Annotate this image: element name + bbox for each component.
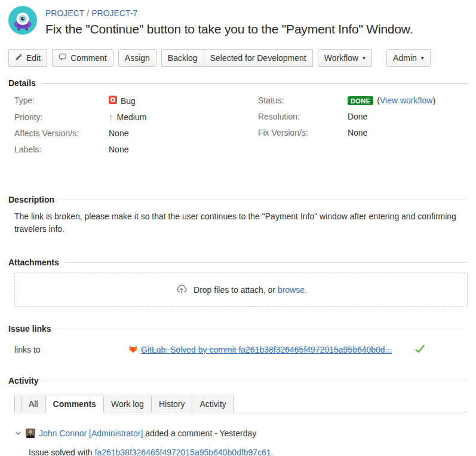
labels-row: Labels: None xyxy=(8,145,247,154)
comment-bubble-icon xyxy=(59,53,67,63)
dropzone-text: Drop files to attach, or xyxy=(194,285,275,295)
activity-tabbar: All Comments Work log History Activity xyxy=(14,396,468,412)
priority-medium-icon: ↑ xyxy=(109,113,113,121)
gitlab-commit-link[interactable]: GitLab: Solved by commit fa261b38f326465… xyxy=(141,345,392,354)
tab-work-log[interactable]: Work log xyxy=(103,396,152,412)
heading-divider xyxy=(44,381,468,381)
upload-cloud-icon xyxy=(175,282,188,297)
comment-button[interactable]: Comment xyxy=(52,49,113,67)
issue-links-section: Issue links links to GitLab: Solved by c… xyxy=(8,324,468,355)
status-label: Status: xyxy=(258,96,348,105)
issue-toolbar: Edit Comment Assign Backlog Selected for… xyxy=(8,49,468,67)
issue-links-heading-row: Issue links xyxy=(8,324,468,333)
heading-divider xyxy=(41,83,468,84)
activity-heading: Activity xyxy=(8,376,39,385)
resolution-label: Resolution: xyxy=(258,112,348,121)
description-section: Description The link is broken, please m… xyxy=(8,195,468,235)
edit-button-label: Edit xyxy=(26,53,41,63)
admin-dropdown-button[interactable]: Admin ▾ xyxy=(386,49,431,67)
breadcrumb: PROJECT/PROJECT-7 xyxy=(45,8,413,18)
labels-value: None xyxy=(109,145,128,154)
page-title: Fix the "Continue" button to take you to… xyxy=(45,22,413,36)
comment-header: John Connor [Administrator] added a comm… xyxy=(14,429,468,438)
priority-value: Medium xyxy=(117,112,147,122)
commit-hash-link[interactable]: fa261b38f326465f4972015a95b640b0dfb97c61… xyxy=(95,448,274,456)
comment-button-label: Comment xyxy=(70,53,107,63)
workflow-dropdown-button[interactable]: Workflow ▾ xyxy=(318,49,372,67)
admin-button-label: Admin xyxy=(393,53,417,63)
affects-versions-label: Affects Version/s: xyxy=(14,128,109,138)
priority-row: Priority: ↑ Medium xyxy=(8,112,247,122)
labels-label: Labels: xyxy=(14,145,109,154)
attachment-dropzone[interactable]: Drop files to attach, or browse. xyxy=(14,273,468,307)
user-avatar xyxy=(26,429,35,438)
issue-header: PROJECT/PROJECT-7 Fix the "Continue" but… xyxy=(8,6,468,36)
breadcrumb-separator: / xyxy=(87,8,89,18)
resolution-row: Resolution: Done xyxy=(247,112,468,121)
edit-button[interactable]: Edit xyxy=(8,49,47,67)
selected-for-development-button[interactable]: Selected for Development xyxy=(204,49,313,67)
status-badge: DONE xyxy=(348,96,373,105)
selected-for-development-label: Selected for Development xyxy=(210,53,306,63)
fix-versions-label: Fix Version/s: xyxy=(258,128,348,137)
activity-section: Activity All Comments Work log History A… xyxy=(8,376,468,456)
fix-versions-value: None xyxy=(348,128,367,137)
issue-page: PROJECT/PROJECT-7 Fix the "Continue" but… xyxy=(0,0,476,456)
pencil-icon xyxy=(15,53,23,63)
backlog-button-label: Backlog xyxy=(168,53,198,63)
comment-text: Issue solved with xyxy=(29,448,93,456)
assign-button-label: Assign xyxy=(125,53,150,63)
comment-author-link[interactable]: John Connor [Administrator] xyxy=(39,429,143,438)
gitlab-icon xyxy=(128,344,138,355)
description-heading: Description xyxy=(8,195,54,204)
details-heading-row: Details xyxy=(8,78,468,88)
priority-label: Priority: xyxy=(14,112,109,122)
breadcrumb-project-link[interactable]: PROJECT xyxy=(45,8,84,18)
status-row: Status: DONE (View workflow) xyxy=(247,96,468,105)
paren-close: ) xyxy=(432,96,435,105)
collapse-chevron-icon[interactable] xyxy=(14,430,22,436)
resolution-value: Done xyxy=(348,112,367,121)
bug-type-icon xyxy=(109,96,117,106)
view-workflow-link[interactable]: View workflow xyxy=(380,96,432,105)
fix-versions-row: Fix Version/s: None xyxy=(247,128,468,137)
link-relation-label: links to xyxy=(14,345,128,354)
attachments-section: Attachments Drop files to attach, or bro… xyxy=(8,258,468,307)
assign-button[interactable]: Assign xyxy=(118,49,156,67)
activity-heading-row: Activity xyxy=(8,376,468,385)
tabbar-spacer xyxy=(14,396,21,412)
backlog-button[interactable]: Backlog xyxy=(161,49,204,67)
attachments-heading-row: Attachments xyxy=(8,258,468,267)
heading-divider xyxy=(59,200,468,200)
breadcrumb-issue-link[interactable]: PROJECT-7 xyxy=(91,8,137,18)
type-value: Bug xyxy=(121,96,136,106)
comment-body: Issue solved with fa261b38f326465f497201… xyxy=(29,446,468,456)
dropdown-caret-icon: ▾ xyxy=(421,53,424,63)
attachments-heading: Attachments xyxy=(8,258,59,267)
project-avatar-icon xyxy=(8,6,37,35)
description-text: The link is broken, please make it so th… xyxy=(14,210,468,235)
affects-versions-value: None xyxy=(109,128,128,138)
type-row: Type: Bug xyxy=(8,96,247,106)
details-section: Details Type: Bug Priority: ↑ Medium xyxy=(8,78,468,161)
resolved-check-icon xyxy=(414,344,425,355)
issue-link-row: links to GitLab: Solved by commit fa261b… xyxy=(8,344,468,355)
workflow-button-label: Workflow xyxy=(324,53,358,63)
heading-divider xyxy=(56,329,468,329)
tab-history[interactable]: History xyxy=(151,396,193,412)
transition-button-group: Backlog Selected for Development xyxy=(161,49,313,67)
type-label: Type: xyxy=(14,96,109,105)
details-heading: Details xyxy=(8,78,36,88)
issue-links-heading: Issue links xyxy=(8,324,51,333)
heading-divider xyxy=(64,262,468,263)
browse-link[interactable]: browse. xyxy=(278,285,307,295)
tab-comments[interactable]: Comments xyxy=(45,396,104,412)
tab-all[interactable]: All xyxy=(21,396,46,412)
dropdown-caret-icon: ▾ xyxy=(363,53,366,63)
description-heading-row: Description xyxy=(8,195,468,204)
affects-versions-row: Affects Version/s: None xyxy=(8,128,247,138)
comment-meta: added a comment - Yesterday xyxy=(145,429,256,438)
tab-activity[interactable]: Activity xyxy=(192,396,234,412)
